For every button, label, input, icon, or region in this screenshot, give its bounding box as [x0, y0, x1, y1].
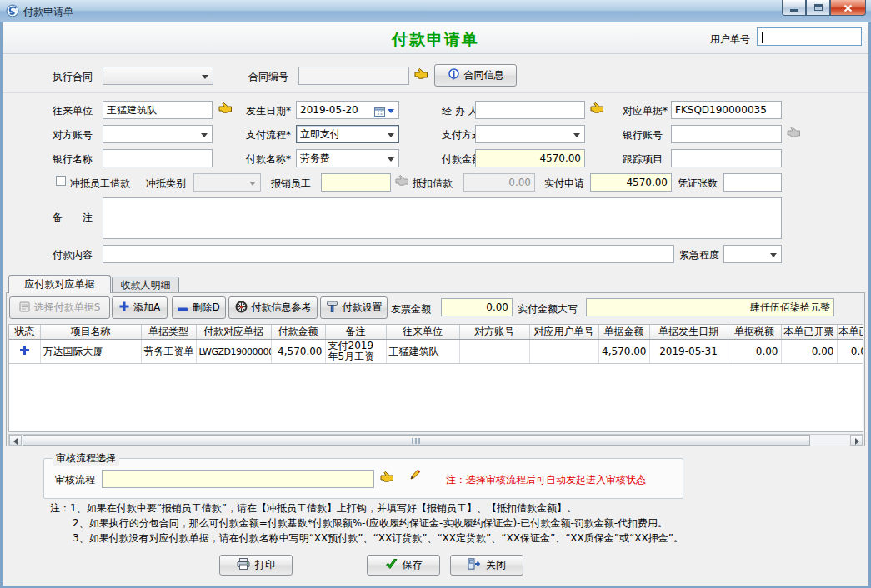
scroll-right-button[interactable] [850, 435, 863, 446]
column-header-unit[interactable]: 往来单位 [386, 325, 459, 340]
urgency-label: 紧急程度 [679, 248, 719, 262]
review-note: 注：选择审核流程后可自动发起进入审核状态 [446, 473, 646, 487]
voucher-input[interactable] [723, 173, 782, 192]
delete-button[interactable]: 删除D [172, 296, 226, 319]
scroll-left-button[interactable] [9, 435, 22, 446]
agent-lookup-hand-icon[interactable] [590, 102, 604, 116]
contract-no-input[interactable] [298, 67, 409, 85]
edit-pencil-icon[interactable] [408, 469, 421, 484]
agent-input[interactable] [475, 101, 585, 119]
cell-doc-amount[interactable]: 4,570.00 [598, 340, 649, 364]
review-flow-group: 审核流程选择 审核流程 注：选择审核流程后可自动发起进入审核状态 [43, 458, 683, 499]
scrollbar-thumb[interactable] [23, 435, 810, 446]
chevron-down-icon [770, 253, 777, 257]
track-input[interactable] [671, 149, 782, 167]
chevron-down-icon [388, 109, 394, 113]
note-line-1: 注：1、如果在付款中要“报销员工借款”，请在【冲抵员工借款】上打钩，并填写好【报… [50, 501, 577, 516]
unit-input[interactable]: 王猛建筑队 [103, 101, 213, 119]
reimburse-input[interactable] [321, 173, 391, 192]
column-header-amount[interactable]: 付款金额 [271, 325, 325, 340]
close-button[interactable] [830, 0, 866, 16]
cell-pay-doc[interactable]: LWGZD190000009 [196, 340, 271, 364]
amount-input[interactable]: 4570.00 [475, 149, 585, 167]
column-header-pay-doc[interactable]: 付款对应单据 [196, 325, 271, 340]
flow-select[interactable]: 立即支付 [296, 125, 399, 143]
plus-icon [119, 301, 129, 314]
bank-account-label: 银行账号 [623, 128, 663, 142]
column-header-remark[interactable]: 备注 [325, 325, 386, 340]
cell-doc-type[interactable]: 劳务工资单 [141, 340, 196, 364]
column-header-user-doc[interactable]: 对应用户单号 [529, 325, 598, 340]
actual-input[interactable]: 4570.00 [590, 173, 672, 192]
date-input[interactable]: 2019-05-20 [296, 101, 399, 119]
doc-input[interactable]: FKSQD190000035 [671, 101, 782, 119]
cell-invoiced[interactable]: 0.00 [781, 340, 837, 364]
cell-user-doc[interactable] [529, 340, 598, 364]
column-header-account[interactable]: 对方账号 [459, 325, 529, 340]
unit-lookup-hand-icon[interactable] [218, 102, 233, 116]
offset-loan-checkbox[interactable] [56, 176, 66, 186]
note-line-3: 3、如果付款没有对应付款单据，请在付款名称中写明“XX预付款”、“XX订货款”、… [73, 531, 683, 546]
column-header-project[interactable]: 项目名称 [40, 325, 141, 340]
cell-status[interactable] [9, 340, 40, 364]
agent-label: 经 办 人 [442, 104, 478, 118]
cell-unit[interactable]: 王猛建筑队 [386, 340, 459, 364]
minus-icon [178, 302, 188, 314]
contract-info-button[interactable]: 合同信息 [434, 64, 517, 87]
bank-name-input[interactable] [103, 149, 213, 167]
payable-docs-panel: 选择付款单据S 添加A 删除D 付款信息参考 [6, 292, 865, 446]
horizontal-scrollbar[interactable] [8, 434, 863, 446]
cell-remark[interactable]: 支付2019年5月工资 [325, 340, 386, 364]
calendar-icon[interactable] [374, 105, 385, 119]
bank-account-input[interactable] [671, 125, 782, 143]
pay-name-select[interactable]: 劳务费 [296, 149, 399, 167]
tab-payable-docs[interactable]: 应付款对应单据 [8, 275, 111, 293]
print-button[interactable]: 打印 [219, 555, 293, 576]
cell-doc-date[interactable]: 2019-05-31 [649, 340, 728, 364]
method-select[interactable] [475, 125, 585, 143]
notepad-icon [19, 301, 30, 315]
column-header-doc-type[interactable]: 单据类型 [141, 325, 196, 340]
cell-tax[interactable]: 0.00 [728, 340, 781, 364]
content-input[interactable] [103, 245, 674, 263]
titlebar[interactable]: 付款申请单 [0, 0, 871, 22]
hammer-icon [326, 301, 338, 315]
remark-textarea[interactable] [103, 197, 782, 239]
wheel-icon [235, 301, 248, 316]
cell-amount[interactable]: 4,570.00 [271, 340, 325, 364]
offset-type-label: 冲抵类别 [146, 177, 186, 191]
exec-contract-select[interactable] [103, 67, 213, 85]
column-header-doc-amount[interactable]: 单据金额 [598, 325, 649, 340]
cell-applied[interactable]: 0.00 [837, 340, 863, 364]
review-flow-group-title: 审核流程选择 [53, 451, 119, 466]
chevron-down-icon [388, 157, 394, 162]
review-flow-input[interactable] [102, 470, 374, 488]
user-no-input[interactable] [757, 27, 862, 46]
reimburse-label: 报销员工 [271, 177, 311, 191]
urgency-select[interactable] [723, 245, 782, 263]
column-header-applied[interactable]: 本单已申请 [837, 325, 863, 340]
payable-docs-grid[interactable]: 状态 项目名称 单据类型 付款对应单据 付款金额 备注 往来单位 对方账号 对应… [8, 324, 863, 432]
tab-payee-detail[interactable]: 收款人明细 [112, 277, 179, 292]
blue-plus-icon [19, 346, 30, 358]
maximize-button[interactable] [806, 0, 830, 16]
minimize-button[interactable] [782, 0, 806, 16]
pay-info-ref-button[interactable]: 付款信息参考 [228, 296, 318, 319]
save-button[interactable]: 保存 [367, 555, 440, 576]
column-header-tax[interactable]: 单据税额 [728, 325, 781, 340]
contract-lookup-hand-icon[interactable] [414, 67, 428, 82]
add-button[interactable]: 添加A [112, 296, 168, 319]
column-header-invoiced[interactable]: 本单已开票 [781, 325, 837, 340]
review-lookup-hand-icon[interactable] [380, 471, 394, 485]
column-header-doc-date[interactable]: 单据发生日期 [649, 325, 728, 340]
account-select[interactable] [103, 125, 213, 143]
scroll-left-icon [13, 438, 18, 445]
table-row[interactable]: 万达国际大厦 劳务工资单 LWGZD190000009 4,570.00 支付2… [9, 340, 863, 364]
pay-settings-button[interactable]: 付款设置 [320, 296, 388, 319]
invoice-amount-input[interactable]: 0.00 [441, 298, 513, 316]
unit-label: 往来单位 [53, 104, 93, 118]
close-form-button[interactable]: 关闭 [450, 555, 523, 576]
cell-account[interactable] [459, 340, 529, 364]
column-header-status[interactable]: 状态 [9, 325, 40, 340]
cell-project[interactable]: 万达国际大厦 [40, 340, 141, 364]
